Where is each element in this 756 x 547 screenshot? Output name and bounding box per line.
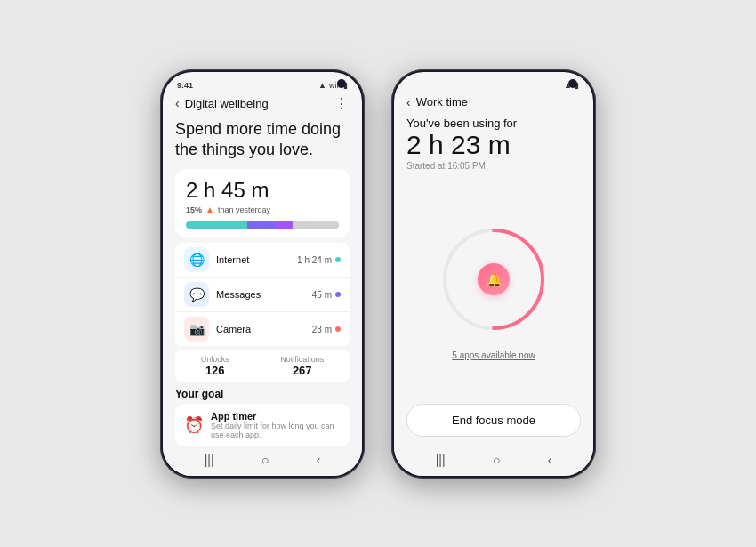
unlocks-value: 126 <box>201 364 229 377</box>
goal-desc: Set daily limit for how long you can use… <box>211 422 341 439</box>
nav-home-button-2[interactable]: ○ <box>493 453 500 467</box>
bell-icon: 🔔 <box>487 272 502 286</box>
timer-circle: 🔔 <box>431 217 556 342</box>
app-time-camera: 23 m <box>312 325 332 334</box>
usage-time: 2 h 45 m <box>186 178 339 203</box>
bar-seg-4 <box>293 221 339 229</box>
app-icon-internet: 🌐 <box>184 247 209 272</box>
stat-notifications: Notifications 267 <box>280 355 324 377</box>
unlocks-label: Unlocks <box>201 355 229 364</box>
usage-compare: 15% ▲ than yesterday <box>186 205 339 214</box>
back-button-2[interactable]: ‹ <box>406 95 411 109</box>
nav-recent-button[interactable]: ||| <box>205 453 214 467</box>
status-bar-2: ▲ ▮ <box>394 72 593 92</box>
bottom-nav-1: ||| ○ ‹ <box>163 446 362 476</box>
status-bar-1: 9:41 ▲ wifi ▮ <box>163 72 362 92</box>
nav-title-2: Work time <box>416 95 581 109</box>
circle-container: 🔔 5 apps available now <box>406 183 581 395</box>
phone-1-notch <box>337 79 346 88</box>
arrow-up-icon: ▲ <box>205 205 214 214</box>
app-dot-internet <box>335 257 341 262</box>
using-label: You've been using for <box>406 117 581 130</box>
started-at: Started at 16:05 PM <box>406 161 581 171</box>
app-name-messages: Messages <box>216 289 312 300</box>
center-icon: 🔔 <box>478 263 510 295</box>
notifications-label: Notifications <box>280 355 324 364</box>
focus-content: You've been using for 2 h 23 m Started a… <box>394 111 593 404</box>
bar-seg-1 <box>186 221 247 229</box>
goal-card[interactable]: ⏰ App timer Set daily limit for how long… <box>175 404 350 445</box>
stat-unlocks: Unlocks 126 <box>201 355 229 377</box>
more-button-1[interactable]: ⋮ <box>334 95 350 112</box>
app-dot-messages <box>335 292 341 297</box>
usage-pct: 15% <box>186 205 202 214</box>
goal-icon: ⏰ <box>184 415 204 435</box>
phone-2-screen: ▲ ▮ ‹ Work time You've been using for 2 … <box>394 72 593 476</box>
notifications-value: 267 <box>280 364 324 377</box>
app-icon-messages: 💬 <box>184 282 209 307</box>
status-time-1: 9:41 <box>177 81 193 90</box>
goal-title: App timer <box>211 411 341 422</box>
phone-2-notch <box>568 79 577 88</box>
app-list: 🌐 Internet 1 h 24 m 💬 Messages 45 m 📷 Ca… <box>175 243 350 346</box>
using-time: 2 h 23 m <box>406 130 581 159</box>
screen-content-1: Spend more time doing the things you lov… <box>163 114 362 446</box>
app-icon-camera: 📷 <box>184 317 209 342</box>
app-item-messages[interactable]: 💬 Messages 45 m <box>175 278 350 312</box>
compare-text: than yesterday <box>218 205 270 214</box>
end-focus-button[interactable]: End focus mode <box>406 404 581 437</box>
goal-info: App timer Set daily limit for how long y… <box>211 411 341 439</box>
phone-2: ▲ ▮ ‹ Work time You've been using for 2 … <box>391 69 596 479</box>
nav-header-1: ‹ Digital wellbeing ⋮ <box>163 92 362 114</box>
hero-text: Spend more time doing the things you lov… <box>175 119 350 161</box>
signal-icon: ▲ <box>318 81 326 90</box>
back-button-1[interactable]: ‹ <box>175 96 180 110</box>
goal-section-label: Your goal <box>175 388 350 400</box>
app-time-internet: 1 h 24 m <box>297 255 332 265</box>
stats-row: Unlocks 126 Notifications 267 <box>175 350 350 382</box>
nav-header-2: ‹ Work time <box>394 92 593 111</box>
nav-home-button[interactable]: ○ <box>261 453 269 467</box>
app-item-internet[interactable]: 🌐 Internet 1 h 24 m <box>175 243 350 278</box>
app-time-messages: 45 m <box>312 290 332 300</box>
app-item-camera[interactable]: 📷 Camera 23 m <box>175 312 350 346</box>
apps-available[interactable]: 5 apps available now <box>452 350 535 360</box>
usage-bar <box>186 221 339 229</box>
bar-seg-2 <box>247 221 275 229</box>
app-name-camera: Camera <box>216 324 312 334</box>
nav-back-button[interactable]: ‹ <box>317 453 321 467</box>
app-name-internet: Internet <box>216 254 297 265</box>
phone-1: 9:41 ▲ wifi ▮ ‹ Digital wellbeing ⋮ Spen… <box>160 69 365 479</box>
bar-seg-3 <box>275 221 294 229</box>
phone-1-screen: 9:41 ▲ wifi ▮ ‹ Digital wellbeing ⋮ Spen… <box>163 72 362 476</box>
bottom-nav-2: ||| ○ ‹ <box>394 446 593 476</box>
nav-recent-button-2[interactable]: ||| <box>436 453 446 467</box>
nav-back-button-2[interactable]: ‹ <box>548 453 552 467</box>
usage-card: 2 h 45 m 15% ▲ than yesterday <box>175 169 350 237</box>
app-dot-camera <box>335 326 341 332</box>
nav-title-1: Digital wellbeing <box>185 97 329 110</box>
